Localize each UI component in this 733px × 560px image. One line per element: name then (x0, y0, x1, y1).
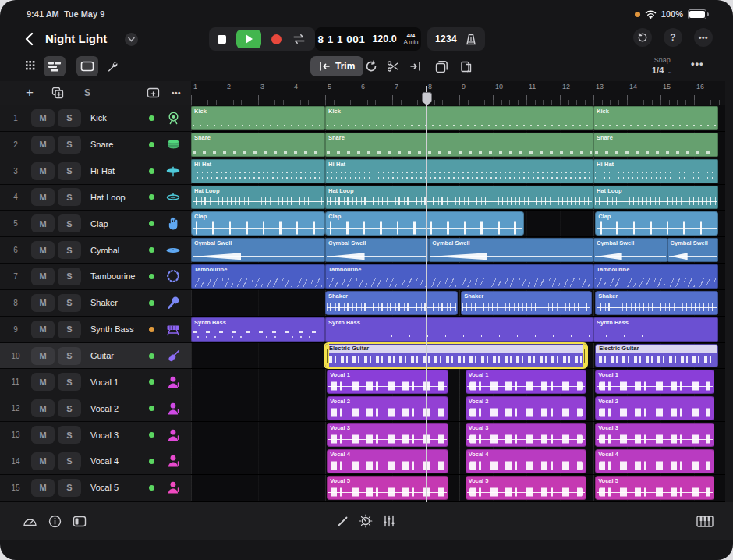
track-header-row[interactable]: 13MSVocal 3 (0, 422, 191, 448)
region[interactable]: Tambourine (191, 264, 325, 289)
more-options-button[interactable]: ••• (694, 28, 713, 47)
region[interactable]: Cymbal Swell (667, 238, 718, 262)
tool-wrench-button[interactable] (101, 56, 123, 76)
track-lane[interactable]: Electric GuitarElectric Guitar (191, 343, 725, 370)
info-icon[interactable] (45, 512, 64, 530)
bar-ruler[interactable]: 12345678910111213141516 (191, 81, 725, 105)
input-monitor-dot[interactable] (149, 142, 154, 147)
track-header-row[interactable]: 4MSHat Loop (0, 185, 191, 211)
track-lane[interactable]: Vocal 2Vocal 2Vocal 2 (191, 395, 725, 422)
mute-button[interactable]: M (31, 136, 55, 154)
region[interactable]: Clap (595, 211, 718, 236)
region[interactable]: Cymbal Swell (429, 238, 593, 262)
marquee-select-button[interactable] (76, 56, 98, 76)
toolbar-more-button[interactable]: ••• (691, 58, 704, 69)
title-menu-chevron-icon[interactable] (125, 33, 138, 46)
solo-button[interactable]: S (58, 479, 81, 497)
mute-button[interactable]: M (31, 214, 55, 232)
knob-controls-icon[interactable] (20, 512, 39, 530)
region[interactable]: Tambourine (593, 264, 718, 289)
track-header-row[interactable]: 9MSSynth Bass (0, 317, 191, 343)
region[interactable]: Vocal 4 (466, 449, 586, 473)
region[interactable]: Vocal 1 (466, 370, 586, 394)
copy-button[interactable] (430, 56, 452, 76)
track-header-row[interactable]: 8MSShaker (0, 290, 191, 317)
metronome-icon[interactable] (465, 33, 477, 46)
track-lane[interactable]: Synth BassSynth BassSynth Bass (191, 317, 725, 343)
track-lane[interactable]: Hi-HatHi-HatHi-Hat (191, 158, 725, 185)
region[interactable]: Vocal 2 (327, 396, 448, 420)
track-lane[interactable]: Vocal 5Vocal 5Vocal 5 (191, 475, 725, 502)
track-lane[interactable]: ShakerShakerShaker (191, 290, 725, 317)
tracks-view-button[interactable] (44, 56, 66, 76)
region[interactable]: Snare (593, 133, 718, 157)
split-scissors-button[interactable] (382, 56, 404, 76)
region[interactable]: Vocal 5 (327, 476, 448, 500)
solo-button[interactable]: S (58, 399, 81, 417)
region[interactable]: Vocal 3 (595, 423, 714, 447)
input-monitor-dot[interactable] (149, 432, 154, 438)
solo-button[interactable]: S (58, 294, 81, 312)
region[interactable]: Cymbal Swell (593, 238, 667, 262)
region[interactable]: Vocal 1 (595, 370, 714, 394)
add-track-button[interactable]: + (20, 84, 39, 101)
loop-tool-button[interactable] (360, 56, 382, 76)
solo-button[interactable]: S (58, 347, 81, 365)
input-monitor-dot[interactable] (149, 379, 154, 385)
pencil-edit-icon[interactable] (333, 512, 352, 530)
mute-button[interactable]: M (31, 426, 55, 444)
record-button[interactable] (271, 34, 282, 44)
mute-button[interactable]: M (31, 479, 55, 497)
solo-button[interactable]: S (58, 162, 81, 180)
track-header-row[interactable]: 11MSVocal 1 (0, 369, 191, 395)
solo-tracks-button[interactable]: S (78, 84, 97, 101)
lcd-display[interactable]: 8 1 1 001 120.0 4/4 A min (315, 27, 421, 51)
input-monitor-dot[interactable] (149, 459, 154, 464)
region[interactable]: Kick (325, 106, 593, 130)
input-monitor-dot[interactable] (149, 300, 154, 306)
region[interactable]: Hat Loop (191, 186, 325, 210)
track-header-row[interactable]: 1MSKick (0, 105, 191, 132)
track-lane[interactable]: SnareSnareSnare (191, 132, 725, 158)
piano-keyboard-icon[interactable] (696, 512, 714, 530)
region[interactable]: Electric Guitar (325, 344, 586, 368)
mute-button[interactable]: M (31, 268, 55, 285)
input-monitor-dot[interactable] (149, 327, 154, 332)
inspector-panel-icon[interactable] (70, 512, 89, 530)
mute-button[interactable]: M (31, 373, 55, 391)
solo-button[interactable]: S (58, 109, 81, 127)
region[interactable]: Vocal 4 (327, 449, 448, 473)
track-list-more-button[interactable]: ••• (167, 84, 186, 101)
solo-button[interactable]: S (58, 241, 81, 259)
track-header-row[interactable]: 15MSVocal 5 (0, 475, 191, 502)
region[interactable]: Snare (191, 133, 325, 157)
track-header-row[interactable]: 12MSVocal 2 (0, 395, 191, 422)
smart-controls-dial-icon[interactable] (356, 512, 375, 530)
track-header-row[interactable]: 7MSTambourine (0, 264, 191, 290)
mute-button[interactable]: M (31, 347, 55, 365)
mute-button[interactable]: M (31, 452, 55, 470)
input-monitor-dot[interactable] (149, 353, 154, 359)
track-lane[interactable]: Vocal 1Vocal 1Vocal 1 (191, 369, 725, 395)
help-button[interactable]: ? (664, 28, 682, 47)
region[interactable]: Clap (191, 211, 325, 236)
solo-button[interactable]: S (58, 136, 81, 154)
input-monitor-dot[interactable] (149, 221, 154, 226)
region[interactable]: Synth Bass (593, 317, 718, 342)
track-lane[interactable]: Vocal 4Vocal 4Vocal 4 (191, 448, 725, 475)
solo-button[interactable]: S (58, 214, 81, 232)
region[interactable]: Tambourine (325, 264, 593, 289)
region[interactable]: Hi-Hat (325, 159, 593, 183)
snap-control[interactable]: Snap 1/4 ⌄ (652, 55, 672, 76)
input-monitor-dot[interactable] (149, 485, 154, 491)
region[interactable]: Clap (325, 211, 524, 236)
region[interactable]: Kick (191, 106, 325, 130)
region[interactable]: Shaker (461, 291, 592, 315)
input-monitor-dot[interactable] (149, 274, 154, 279)
track-header-row[interactable]: 3MSHi-Hat (0, 158, 191, 185)
mute-button[interactable]: M (31, 162, 55, 180)
region[interactable]: Vocal 2 (595, 396, 714, 420)
region[interactable]: Electric Guitar (595, 344, 718, 368)
region[interactable]: Vocal 1 (327, 370, 448, 394)
input-monitor-dot[interactable] (149, 247, 154, 253)
